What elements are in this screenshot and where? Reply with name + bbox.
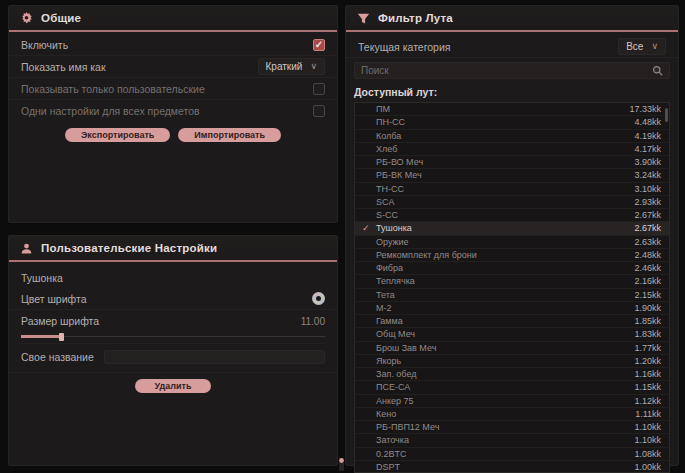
slider-handle[interactable]	[59, 333, 64, 341]
general-rows: Включить ✓ Показать имя как Краткий ∨ По…	[9, 32, 337, 148]
loot-list-item[interactable]: ✓ РБ-ПВП12 Меч 1.10kk	[355, 421, 669, 434]
loot-list-item[interactable]: ✓ Теплячка 2.16kk	[355, 275, 669, 288]
loot-list-item[interactable]: ✓ Заточка 1.10kk	[355, 434, 669, 447]
loot-list-item[interactable]: ✓ ПСЕ-СА 1.15kk	[355, 381, 669, 394]
only-custom-row: Показывать только пользовательские	[9, 78, 337, 100]
loot-item-value: 4.19kk	[634, 131, 661, 141]
loot-item-name: Зап. обед	[376, 369, 416, 379]
import-button[interactable]: Импортировать	[178, 128, 281, 142]
loot-item-value: 2.15kk	[634, 290, 661, 300]
loot-item-name: Фибра	[376, 263, 403, 273]
search-icon[interactable]	[652, 62, 663, 80]
loot-item-name: ПН-СС	[376, 117, 405, 127]
general-title: Общие	[41, 12, 81, 24]
loot-list-item[interactable]: ✓ ПН-СС 4.48kk	[355, 116, 669, 129]
loot-list-item[interactable]: ✓ ПМ 17.33kk	[355, 103, 669, 116]
loot-list-item[interactable]: ✓ Ремкомплект для брони 2.48kk	[355, 249, 669, 262]
loot-list-item[interactable]: ✓ Колба 4.19kk	[355, 130, 669, 143]
loot-item-value: 1.83kk	[634, 329, 661, 339]
filter-title: Фильтр Лута	[378, 12, 453, 24]
same-settings-row: Одни настройки для всех предметов	[9, 100, 337, 122]
loot-item-name: РБ-ВК Меч	[376, 170, 422, 180]
search-placeholder: Поиск	[361, 65, 389, 76]
loot-item-value: 1.10kk	[634, 422, 661, 432]
screen: Общие Включить ✓ Показать имя как Кратки…	[0, 0, 685, 473]
loot-list-item[interactable]: ✓ Фибра 2.46kk	[355, 262, 669, 275]
delete-button[interactable]: Удалить	[135, 379, 212, 393]
font-color-row: Цвет шрифта	[9, 288, 337, 310]
same-settings-checkbox[interactable]	[313, 105, 325, 117]
loot-list-item[interactable]: ✓ РБ-ВО Меч 3.90kk	[355, 156, 669, 169]
loot-list-item[interactable]: ✓ S-CC 2.67kk	[355, 209, 669, 222]
loot-list-item[interactable]: ✓ Кено 1.11kk	[355, 408, 669, 421]
chevron-down-icon: ∨	[310, 62, 317, 71]
font-color-label: Цвет шрифта	[21, 293, 87, 305]
loot-list-item[interactable]: ✓ SCA 2.93kk	[355, 196, 669, 209]
loot-list-item[interactable]: ✓ Тушонка 2.67kk	[355, 222, 669, 235]
general-header: Общие	[9, 6, 337, 32]
loot-item-value: 1.77kk	[634, 343, 661, 353]
loot-item-name: 0.2BTC	[376, 449, 407, 459]
loot-item-value: 4.17kk	[634, 144, 661, 154]
loot-list-item[interactable]: ✓ Анкер 75 1.12kk	[355, 395, 669, 408]
loot-item-value: 1.10kk	[634, 435, 661, 445]
loot-item-value: 1.85kk	[634, 316, 661, 326]
loot-item-name: Колба	[376, 131, 401, 141]
loot-list-item[interactable]: ✓ Якорь 1.20kk	[355, 355, 669, 368]
filter-header: Фильтр Лута	[346, 6, 678, 32]
check-icon: ✓	[362, 223, 370, 233]
chevron-down-icon: ∨	[651, 42, 658, 51]
loot-item-name: Тета	[376, 290, 395, 300]
loot-list-item[interactable]: ✓ Общ Меч 1.83kk	[355, 328, 669, 341]
loot-item-value: 3.10kk	[634, 184, 661, 194]
loot-item-value: 2.63kk	[634, 237, 661, 247]
loot-list-item[interactable]: ✓ 0.2BTC 1.08kk	[355, 448, 669, 461]
user-settings-header: Пользовательские Настройки	[9, 236, 337, 262]
enable-label: Включить	[21, 39, 68, 51]
loot-list-item[interactable]: ✓ М-2 1.90kk	[355, 302, 669, 315]
loot-item-value: 2.67kk	[634, 210, 661, 220]
category-label: Текущая категория	[358, 41, 451, 53]
loot-list-item[interactable]: ✓ РБ-ВК Меч 3.24kk	[355, 169, 669, 182]
loot-item-name: Тушонка	[376, 223, 412, 233]
color-wheel-icon[interactable]	[312, 292, 325, 305]
loot-list-item[interactable]: ✓ Хлеб 4.17kk	[355, 143, 669, 156]
loot-item-name: Заточка	[376, 435, 409, 445]
loot-item-value: 17.33kk	[629, 104, 661, 114]
loot-list-item[interactable]: ✓ Гамма 1.85kk	[355, 315, 669, 328]
user-settings-title: Пользовательские Настройки	[41, 242, 217, 254]
show-name-dropdown[interactable]: Краткий ∨	[258, 58, 325, 75]
loot-list-item[interactable]: ✓ Тета 2.15kk	[355, 289, 669, 302]
loot-item-name: Хлеб	[376, 144, 397, 154]
loot-list-item[interactable]: ✓ ТН-СС 3.10kk	[355, 183, 669, 196]
slider-track	[21, 336, 325, 337]
cursor-icon	[336, 457, 347, 473]
loot-item-name: DSPT	[376, 462, 400, 472]
custom-name-input[interactable]	[104, 350, 325, 364]
loot-item-value: 3.90kk	[634, 157, 661, 167]
loot-item-value: 1.08kk	[634, 449, 661, 459]
loot-item-value: 3.24kk	[634, 170, 661, 180]
export-button[interactable]: Экспортировать	[65, 128, 170, 142]
font-size-value: 11.00	[301, 316, 325, 327]
loot-list-item[interactable]: ✓ Оружие 2.63kk	[355, 236, 669, 249]
loot-list-item[interactable]: ✓ Зап. обед 1.16kk	[355, 368, 669, 381]
font-size-row: Размер шрифта 11.00	[9, 310, 337, 332]
category-row: Текущая категория Все ∨	[346, 36, 678, 58]
loot-item-name: Общ Меч	[376, 329, 415, 339]
loot-item-name: Якорь	[376, 356, 401, 366]
scrollbar[interactable]	[665, 108, 668, 122]
enable-checkbox[interactable]: ✓	[313, 39, 325, 51]
loot-item-name: S-CC	[376, 210, 398, 220]
loot-list-item[interactable]: ✓ Брош Зав Меч 1.77kk	[355, 342, 669, 355]
custom-name-label: Свое название	[21, 351, 94, 363]
only-custom-checkbox[interactable]	[313, 83, 325, 95]
font-size-slider[interactable]	[21, 332, 325, 344]
loot-list-item[interactable]: ✓ DSPT 1.00kk	[355, 461, 669, 473]
available-loot-label: Доступный лут:	[346, 83, 678, 102]
panel-general: Общие Включить ✓ Показать имя как Кратки…	[8, 5, 338, 223]
loot-item-value: 1.16kk	[634, 369, 661, 379]
search-input[interactable]: Поиск	[354, 62, 670, 79]
category-dropdown[interactable]: Все ∨	[618, 38, 666, 55]
funnel-icon	[356, 11, 370, 25]
